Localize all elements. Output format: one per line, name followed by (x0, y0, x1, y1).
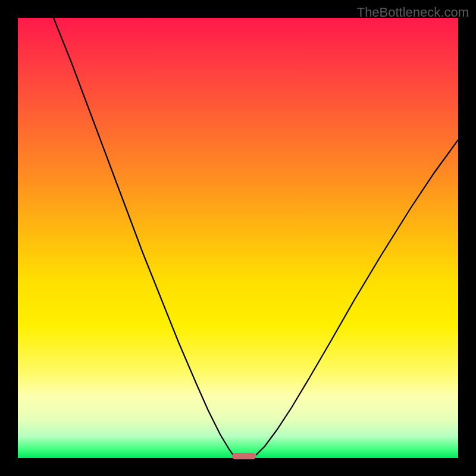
bottleneck-marker (232, 453, 256, 459)
left-curve-path (54, 18, 233, 455)
right-curve-path (256, 140, 458, 455)
chart-curves-svg (18, 18, 458, 458)
watermark-text: TheBottleneck.com (357, 5, 469, 20)
